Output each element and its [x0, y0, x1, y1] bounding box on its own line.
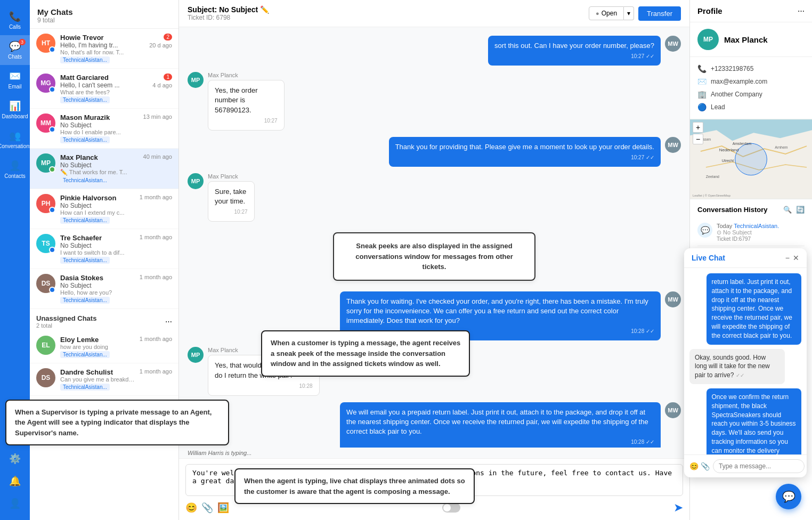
sidebar-my-chats-title: My Chats [37, 7, 171, 17]
lc-message: Once we confirm the return shipment, the… [707, 388, 802, 454]
nav-user-profile[interactable]: 👤 [9, 492, 21, 515]
chat-meta: 1 month ago [140, 234, 172, 240]
profile-panel-header: Profile ⋯ [690, 0, 812, 22]
agent-avatar: MW [665, 402, 681, 418]
live-chat-close[interactable]: ✕ [793, 254, 799, 262]
chat-info: Dasia Stokes No Subject Hello, how are y… [60, 274, 135, 304]
list-item[interactable]: DS Dandre Schulist Can you give me a bre… [30, 363, 178, 396]
list-item[interactable]: EL Eloy Lemke how are you doing Technica… [30, 331, 178, 363]
chat-header: Subject: No Subject ✏️ Ticket ID: 6798 ●… [179, 0, 689, 27]
lc-attachment-icon[interactable]: 📎 [701, 462, 710, 470]
message-time: 10:27 ✓✓ [395, 154, 654, 161]
lc-emoji-icon[interactable]: 😊 [689, 462, 699, 470]
live-chat-input[interactable] [713, 459, 805, 473]
agent-avatar: MW [665, 291, 681, 307]
message-row: Thank you for providing that. Please giv… [188, 137, 681, 167]
status-btn-group: ● Open ▾ [589, 6, 634, 20]
list-item[interactable]: DS Dasia Stokes No Subject Hello, how ar… [30, 269, 178, 309]
ai-toggle[interactable] [442, 503, 460, 513]
nav-email-label: Email [8, 84, 21, 90]
nav-notifications[interactable]: 🔔 [9, 470, 21, 492]
input-icons: 😊 📎 🖼️ [185, 502, 229, 514]
conv-history-title: Conversation History [697, 206, 767, 214]
main-chat-area: Subject: No Subject ✏️ Ticket ID: 6798 ●… [179, 0, 689, 520]
email-icon: ✉️ [697, 77, 707, 86]
transfer-button[interactable]: Transfer [638, 6, 681, 21]
list-item[interactable]: HT Howie Trevor Hello, I'm having tr... … [30, 29, 178, 69]
svg-text:Utrecht: Utrecht [722, 159, 734, 162]
chat-meta: 1 month ago [140, 274, 172, 280]
search-history-icon[interactable]: 🔍 [783, 206, 792, 214]
profile-more-icon[interactable]: ⋯ [798, 7, 805, 15]
nav-conversations-label: Conversations [0, 143, 32, 149]
live-chat-controls: − ✕ [785, 254, 799, 262]
message-row: MP Max Planck Sure, take your time. 10:2… [188, 173, 681, 222]
svg-text:Zeeland: Zeeland [706, 175, 719, 178]
list-item[interactable]: MG Matt Garciared Hello, I can't seem ..… [30, 69, 178, 109]
customer-avatar: MP [188, 173, 204, 189]
map-svg: Leaflet | © OpenStreetMap Nederland Amst… [690, 119, 812, 199]
agent-avatar: MW [665, 36, 681, 52]
profile-user-info: MP Max Planck [690, 22, 812, 57]
nav-email[interactable]: ✉️ Email [0, 65, 30, 95]
user-profile-icon: 👤 [9, 498, 21, 509]
emoji-icon[interactable]: 😊 [185, 502, 197, 514]
svg-text:Leaflet | © OpenStreetMap: Leaflet | © OpenStreetMap [693, 194, 731, 197]
avatar: MG [36, 74, 55, 93]
location-map: Leaflet | © OpenStreetMap Nederland Amst… [690, 119, 812, 199]
profile-phone-row: 📞 +12332198765 [697, 62, 805, 75]
sidebar-header: My Chats 9 total [30, 0, 178, 29]
nav-calls[interactable]: 📞 Calls [0, 5, 30, 35]
nav-settings[interactable]: ⚙️ [9, 448, 21, 470]
open-status-dropdown[interactable]: ▾ [624, 6, 634, 20]
list-item[interactable]: TS Tre Schaefer No Subject I want to swi… [30, 229, 178, 269]
svg-point-2 [735, 143, 767, 175]
sidebar-my-chats-count: 9 total [37, 17, 171, 24]
conv-history-item[interactable]: 💬 Today TechnicalAsistan. ⊙ No Subject T… [697, 219, 805, 246]
nav-dashboard[interactable]: 📊 Dashboard [0, 95, 30, 125]
attachment-icon[interactable]: 📎 [201, 502, 213, 514]
live-chat-minimize[interactable]: − [785, 254, 790, 262]
svg-text:Nederland: Nederland [719, 148, 739, 152]
chat-meta: 13 min ago [143, 113, 172, 120]
message-time: 10:27 [215, 208, 248, 216]
nav-conversations[interactable]: 👥 Conversations [0, 125, 30, 155]
chats-badge: 3 [19, 39, 26, 45]
live-chat-popup: Live Chat − ✕ return label. Just print i… [684, 248, 807, 477]
dashboard-icon: 📊 [9, 100, 21, 112]
chat-info: Howie Trevor Hello, I'm having tr... No,… [60, 34, 144, 63]
refresh-history-icon[interactable]: 🔄 [796, 206, 805, 214]
chat-info: Max Planck No Subject ✏️ That works for … [60, 153, 139, 184]
message-row: sort this out. Can I have your order num… [188, 36, 681, 66]
message-row: MP Max Planck Yes, the order number is 5… [188, 72, 681, 131]
edit-subject-icon[interactable]: ✏️ [260, 5, 269, 14]
profile-company: Another Company [711, 91, 762, 98]
list-item[interactable]: PH Pinkie Halvorson No Subject How can I… [30, 189, 178, 229]
company-icon: 🏢 [697, 90, 707, 99]
send-button[interactable]: ➤ [673, 501, 683, 515]
live-chat-header: Live Chat − ✕ [684, 248, 807, 268]
customer-avatar: MP [188, 72, 204, 88]
open-status-button[interactable]: ● Open [589, 6, 624, 20]
nav-chats[interactable]: 💬 3 Chats [0, 35, 30, 65]
map-zoom-out[interactable]: − [693, 134, 703, 144]
agent-typing-tooltip: When the agent is typing, live chat disp… [234, 468, 475, 504]
chat-info: Mason Murazik No Subject How do I enable… [60, 113, 139, 143]
chat-list: HT Howie Trevor Hello, I'm having tr... … [30, 29, 178, 520]
message-bubble: Yes, the order number is 567890123. 10:2… [208, 80, 285, 131]
profile-email: max@example.com [711, 78, 767, 85]
email-icon: ✉️ [9, 70, 21, 82]
customer-avatar: MP [188, 347, 204, 363]
conversations-icon: 👥 [9, 130, 21, 142]
map-zoom-in[interactable]: + [693, 122, 703, 133]
live-chat-fab-button[interactable]: 💬 [776, 484, 801, 509]
profile-type: Lead [711, 103, 725, 111]
list-item[interactable]: MP Max Planck No Subject ✏️ That works f… [30, 149, 178, 189]
profile-avatar: MP [697, 29, 719, 50]
image-icon[interactable]: 🖼️ [217, 502, 229, 514]
list-item[interactable]: MM Mason Murazik No Subject How do I ena… [30, 109, 178, 149]
calls-icon: 📞 [9, 11, 21, 22]
nav-chats-label: Chats [8, 54, 22, 60]
message-time: 10:28 [215, 383, 313, 390]
nav-contacts[interactable]: 👤 Contacts [0, 155, 30, 184]
